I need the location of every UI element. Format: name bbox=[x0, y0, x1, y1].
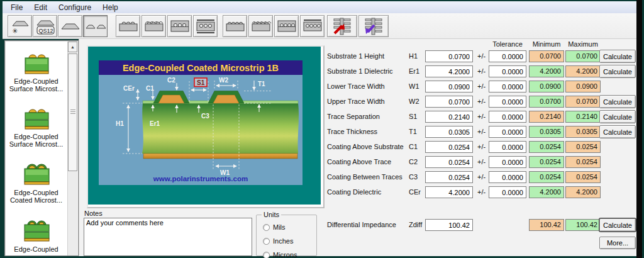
impedance-value-input[interactable] bbox=[425, 219, 473, 231]
website-link[interactable]: www.polarinstruments.com bbox=[153, 175, 248, 182]
menu-file[interactable]: File bbox=[5, 2, 28, 13]
param-value-input[interactable] bbox=[425, 50, 473, 62]
toolbar-button-single-microstrip-star[interactable]: ✳ bbox=[8, 15, 32, 37]
param-symbol: T1 bbox=[409, 128, 417, 135]
radio-inches[interactable]: Inches bbox=[263, 237, 293, 245]
scroll-up-button[interactable]: ▲ bbox=[68, 42, 77, 52]
param-row-er1: Substrate 1 Dielectric Er1 +/- 4.2000 4.… bbox=[327, 65, 636, 78]
diagram-label-c2: C2 bbox=[167, 77, 175, 84]
param-label: Coating Dielectric bbox=[327, 188, 381, 196]
calculate-button[interactable]: Calculate bbox=[599, 110, 636, 123]
param-value-input[interactable] bbox=[425, 186, 473, 198]
more-button[interactable]: More... bbox=[599, 237, 636, 249]
purple-arrow-stackup-icon bbox=[364, 18, 383, 35]
calculate-button[interactable]: Calculate bbox=[599, 65, 636, 78]
calculate-button[interactable]: Calculate bbox=[599, 50, 636, 63]
radio-microns[interactable]: Microns bbox=[263, 251, 297, 258]
calculate-button[interactable]: Calculate bbox=[599, 125, 636, 138]
impedance-symbol: Zdiff bbox=[409, 221, 422, 228]
radio-mils-dot[interactable] bbox=[263, 224, 270, 231]
edge-coupled-pair-icon bbox=[85, 18, 106, 35]
diagram-label-c3: C3 bbox=[201, 113, 209, 120]
plus-minus: +/- bbox=[477, 173, 486, 181]
structure-caption: Edge-CoupledSurface Microst... bbox=[5, 133, 67, 148]
radio-microns-dot[interactable] bbox=[263, 252, 270, 258]
menu-help[interactable]: Help bbox=[97, 2, 124, 13]
param-value-input[interactable] bbox=[425, 81, 473, 93]
param-tolerance-input[interactable] bbox=[489, 50, 526, 62]
radio-inches-label: Inches bbox=[273, 237, 293, 245]
diagram-label-s1: S1 bbox=[197, 79, 205, 86]
param-tolerance-input[interactable] bbox=[489, 81, 526, 93]
param-tolerance-input[interactable] bbox=[489, 111, 526, 123]
plus-minus: +/- bbox=[477, 98, 486, 105]
menu-configure[interactable]: Configure bbox=[53, 2, 97, 13]
toolbar-button-stripline[interactable] bbox=[193, 15, 218, 37]
param-tolerance-input[interactable] bbox=[489, 126, 526, 138]
maximum-header: Maximum bbox=[565, 40, 601, 48]
calculate-impedance-button[interactable]: Calculate bbox=[599, 218, 636, 232]
param-tolerance-input[interactable] bbox=[489, 96, 526, 108]
param-symbol: W1 bbox=[409, 82, 419, 90]
param-tolerance-input[interactable] bbox=[489, 156, 526, 168]
param-value-input[interactable] bbox=[425, 141, 473, 153]
radio-mils-label: Mils bbox=[273, 223, 286, 231]
param-min-value: 0.0700 bbox=[529, 50, 564, 62]
param-value-input[interactable] bbox=[425, 171, 473, 183]
param-min-value: 0.0254 bbox=[529, 171, 564, 183]
toolbar-button-stackup-export[interactable] bbox=[327, 15, 357, 37]
toolbar-button-ec-embedded-microstrip[interactable] bbox=[274, 15, 299, 37]
diagram-label-c1: C1 bbox=[146, 85, 154, 92]
param-row-h1: Substrate 1 Height H1 +/- 0.0700 0.0700 … bbox=[327, 50, 636, 63]
plus-minus: +/- bbox=[477, 113, 486, 120]
sidebar-scrollbar[interactable]: ▲ bbox=[67, 42, 77, 255]
param-value-input[interactable] bbox=[425, 96, 473, 108]
tolerance-header: Tolerance bbox=[489, 40, 526, 48]
toolbar-button-coated-microstrip[interactable] bbox=[142, 15, 166, 37]
structure-item-ec-coated-microstrip[interactable]: Edge-CoupledCoated Microst... bbox=[5, 161, 67, 204]
structure-item-ec-surface-microstrip-1[interactable]: Edge-CoupledSurface Microst... bbox=[5, 51, 67, 93]
diagram-label-w2: W2 bbox=[219, 77, 228, 84]
calculate-button[interactable]: Calculate bbox=[599, 95, 636, 108]
param-tolerance-input[interactable] bbox=[489, 186, 526, 198]
notes-textarea[interactable]: Add your comments here bbox=[84, 218, 252, 256]
param-max-value: 0.0900 bbox=[565, 81, 601, 93]
param-value-input[interactable] bbox=[425, 126, 473, 138]
toolbar-button-ec-stripline[interactable] bbox=[300, 15, 325, 37]
toolbar-button-single-microstrip[interactable] bbox=[58, 15, 82, 37]
param-max-value: 0.0700 bbox=[565, 96, 601, 108]
radio-inches-dot[interactable] bbox=[263, 238, 270, 245]
toolbar-button-embedded-microstrip[interactable] bbox=[167, 15, 192, 37]
minimum-header: Minimum bbox=[529, 40, 564, 48]
toolbar-button-stackup-import[interactable] bbox=[358, 15, 389, 37]
structure-diagram-panel: Edge-Coupled Coated Microstrip 1B CEr C1 bbox=[87, 45, 325, 208]
diagram-label-t1: T1 bbox=[258, 81, 265, 87]
param-value-input[interactable] bbox=[425, 156, 473, 168]
diagram-label-er1: Er1 bbox=[150, 120, 160, 127]
toolbar-button-ec-coated-microstrip[interactable] bbox=[248, 15, 273, 37]
menu-edit[interactable]: Edit bbox=[28, 2, 53, 13]
scrollbar-thumb[interactable] bbox=[68, 53, 77, 171]
param-row-t1: Trace Thickness T1 +/- 0.0305 0.0305 Cal… bbox=[327, 126, 636, 138]
param-value-input[interactable] bbox=[425, 65, 473, 77]
structure-caption: Edge-CoupledCoated Microst... bbox=[5, 189, 67, 204]
radio-mils[interactable]: Mils bbox=[263, 223, 286, 231]
toolbar-button-edge-coupled-pair[interactable] bbox=[83, 15, 108, 37]
param-column-headers: Tolerance Minimum Maximum bbox=[327, 40, 636, 49]
param-min-value: 0.0254 bbox=[529, 156, 564, 168]
param-tolerance-input[interactable] bbox=[489, 171, 526, 183]
plus-minus: +/- bbox=[477, 128, 486, 135]
param-label: Trace Separation bbox=[327, 113, 380, 120]
param-symbol: CEr bbox=[409, 188, 421, 196]
param-tolerance-input[interactable] bbox=[489, 141, 526, 153]
toolbar-button-qs12[interactable]: QS12 bbox=[33, 15, 57, 37]
structure-item-ec-coated-microstrip-2[interactable]: Edge-Coupled bbox=[5, 218, 67, 253]
structure-item-ec-surface-microstrip-2[interactable]: Edge-CoupledSurface Microst... bbox=[5, 106, 67, 148]
param-value-input[interactable] bbox=[425, 111, 473, 123]
toolbar-button-ec-surface-microstrip[interactable] bbox=[223, 15, 247, 37]
param-label: Trace Thickness bbox=[327, 128, 377, 135]
toolbar-button-surface-microstrip[interactable] bbox=[116, 15, 140, 37]
window-frame-right bbox=[636, 0, 642, 258]
param-tolerance-input[interactable] bbox=[489, 65, 526, 77]
surface-microstrip-icon bbox=[118, 18, 139, 35]
